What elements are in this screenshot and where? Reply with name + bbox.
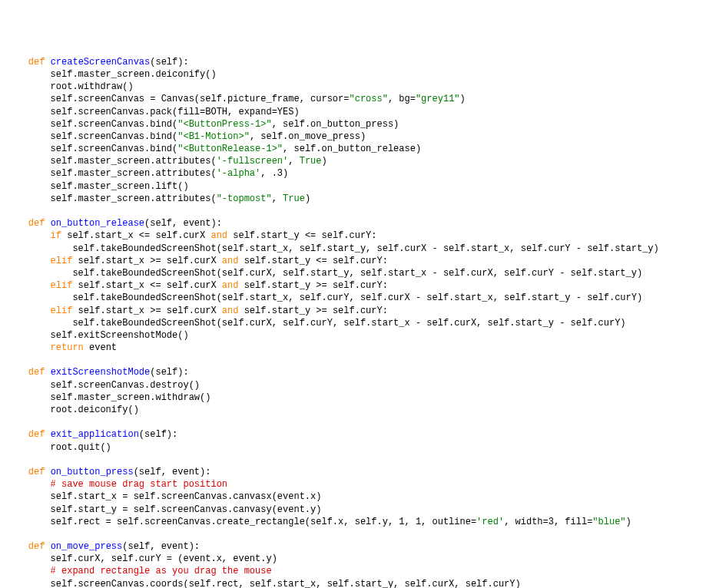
code-line: self.exitScreenshotMode() xyxy=(51,330,189,341)
string: "grey11" xyxy=(416,94,460,104)
string: 'red' xyxy=(476,517,504,527)
code-line: self.takeBoundedScreenShot(self.curX, se… xyxy=(72,268,642,279)
kw-def: def xyxy=(28,467,45,477)
code-line: self.screenCanvas.bind( xyxy=(51,119,178,130)
string: "cross" xyxy=(349,94,387,104)
code-line: self.screenCanvas.bind( xyxy=(51,144,178,154)
code-line: self.start_x = self.screenCanvas.canvasx… xyxy=(51,491,322,502)
kw-and: and xyxy=(211,230,227,241)
comment: # save mouse drag start position xyxy=(51,479,227,490)
code-line: self.screenCanvas.coords(self.rect, self… xyxy=(51,579,521,588)
params: (self, event): xyxy=(122,541,200,552)
string: '-fullscreen' xyxy=(217,156,289,167)
code-block: def createScreenCanvas(self): self.maste… xyxy=(6,56,720,588)
code-line: self.takeBoundedScreenShot(self.start_x,… xyxy=(72,292,642,303)
code-line: self.master_screen.attributes( xyxy=(51,193,217,204)
code-line: self.takeBoundedScreenShot(self.start_x,… xyxy=(72,243,658,254)
fn-name: exitScreenshotMode xyxy=(51,367,151,378)
fn-name: on_button_release xyxy=(51,218,144,229)
kw-and: and xyxy=(222,306,239,316)
kw-and: and xyxy=(222,256,239,266)
params: (self, event): xyxy=(144,218,222,229)
params: (self): xyxy=(150,367,188,378)
code-line: root.quit() xyxy=(51,442,111,453)
code-line: self.start_y = self.screenCanvas.canvasy… xyxy=(51,504,322,515)
comment: # expand rectangle as you drag the mouse xyxy=(51,566,272,576)
indent xyxy=(6,57,28,68)
string: "<ButtonPress-1>" xyxy=(177,119,271,130)
kw-and: and xyxy=(222,280,239,291)
params: (self): xyxy=(150,57,188,68)
fn-name: on_button_press xyxy=(51,467,134,477)
code-line: root.deiconify() xyxy=(51,405,139,415)
code-line: self.takeBoundedScreenShot(self.curX, se… xyxy=(72,318,625,329)
code-line: root.withdraw() xyxy=(51,81,134,92)
params: (self): xyxy=(139,429,177,440)
kw-def: def xyxy=(28,541,45,552)
code-line: self.screenCanvas = Canvas(self.picture_… xyxy=(51,94,350,104)
fn-name: exit_application xyxy=(51,429,139,440)
code-line: self.rect = self.screenCanvas.create_rec… xyxy=(51,517,477,527)
string: "<B1-Motion>" xyxy=(177,131,250,142)
params: (self, event): xyxy=(134,467,211,477)
code-line: self.master_screen.withdraw() xyxy=(51,392,211,403)
code-line: self.screenCanvas.pack(fill=BOTH, expand… xyxy=(51,107,300,117)
code-line: self.master_screen.deiconify() xyxy=(51,69,217,80)
fn-name: createScreenCanvas xyxy=(51,57,151,68)
const-true: True xyxy=(300,156,322,167)
string: "-topmost" xyxy=(217,193,272,204)
code-line: self.master_screen.attributes( xyxy=(51,168,217,179)
kw-elif: elif xyxy=(51,256,73,266)
code-line: self.screenCanvas.bind( xyxy=(51,131,178,142)
kw-def: def xyxy=(28,57,45,68)
string: "blue" xyxy=(592,517,625,527)
kw-def: def xyxy=(28,367,45,378)
code-line: self.screenCanvas.destroy() xyxy=(51,380,200,391)
fn-name: on_move_press xyxy=(51,541,123,552)
string: "<ButtonRelease-1>" xyxy=(177,144,283,154)
kw-def: def xyxy=(28,218,45,229)
kw-return: return xyxy=(51,342,84,353)
kw-elif: elif xyxy=(51,306,73,316)
code-line: self.master_screen.attributes( xyxy=(51,156,217,167)
kw-if: if xyxy=(51,230,61,241)
code-line: self.master_screen.lift() xyxy=(51,181,189,192)
const-true: True xyxy=(283,193,305,204)
string: '-alpha' xyxy=(217,168,261,179)
kw-elif: elif xyxy=(51,280,73,291)
kw-def: def xyxy=(28,429,45,440)
code-line: self.curX, self.curY = (event.x, event.y… xyxy=(51,553,277,564)
